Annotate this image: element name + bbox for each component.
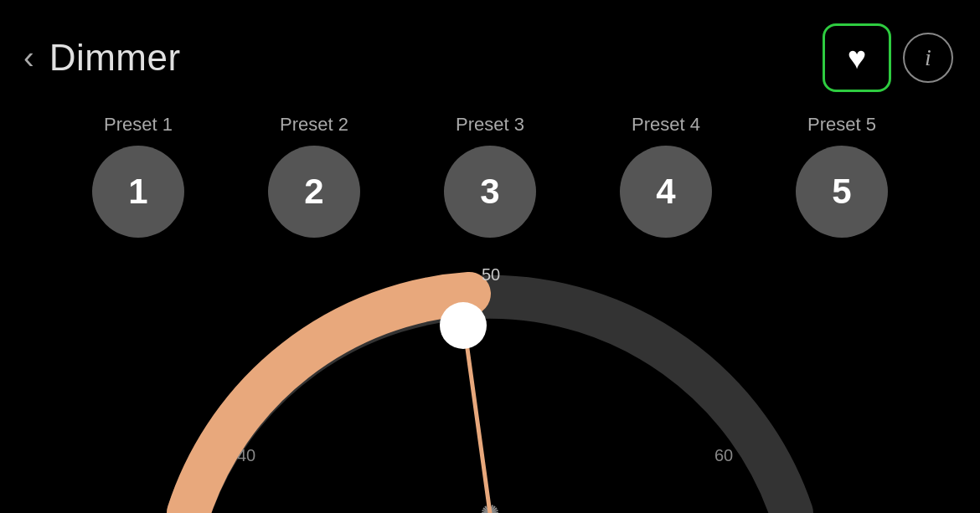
svg-line-31 — [465, 331, 490, 513]
dial-svg[interactable]: 30 40 50 60 70 — [113, 245, 867, 513]
preset-label-5: Preset 5 — [807, 114, 876, 136]
preset-number-5: 5 — [832, 172, 851, 212]
dial-label-60: 60 — [714, 446, 733, 464]
info-icon: i — [925, 44, 931, 71]
info-button[interactable]: i — [903, 33, 953, 83]
preset-number-1: 1 — [128, 172, 147, 212]
preset-circle-1[interactable]: 1 — [92, 146, 184, 238]
preset-circle-4[interactable]: 4 — [620, 146, 712, 238]
dial-section: 30 40 50 60 70 — [113, 228, 867, 513]
preset-circle-3[interactable]: 3 — [444, 146, 536, 238]
preset-label-3: Preset 3 — [456, 114, 524, 136]
dial-label-50: 50 — [482, 265, 500, 284]
favorite-button[interactable]: ♥ — [823, 23, 891, 92]
header-left: ‹ Dimmer — [23, 37, 181, 79]
dial-knob[interactable] — [440, 302, 487, 349]
preset-number-3: 3 — [480, 172, 499, 212]
preset-item-2: Preset 22 — [268, 114, 360, 238]
preset-circle-5[interactable]: 5 — [796, 146, 888, 238]
preset-label-4: Preset 4 — [632, 114, 700, 136]
heart-icon: ♥ — [848, 42, 867, 74]
preset-item-4: Preset 44 — [620, 114, 712, 238]
back-button[interactable]: ‹ — [23, 42, 34, 74]
preset-label-2: Preset 2 — [280, 114, 348, 136]
preset-item-3: Preset 33 — [444, 114, 536, 238]
header-right: ♥ i — [823, 23, 953, 92]
preset-label-1: Preset 1 — [104, 114, 173, 136]
preset-number-4: 4 — [656, 172, 675, 212]
preset-item-5: Preset 55 — [796, 114, 888, 238]
preset-item-1: Preset 11 — [92, 114, 184, 238]
header: ‹ Dimmer ♥ i — [0, 0, 980, 107]
preset-number-2: 2 — [304, 172, 323, 212]
preset-circle-2[interactable]: 2 — [268, 146, 360, 238]
page-title: Dimmer — [49, 37, 181, 79]
dial-label-40: 40 — [237, 446, 255, 464]
